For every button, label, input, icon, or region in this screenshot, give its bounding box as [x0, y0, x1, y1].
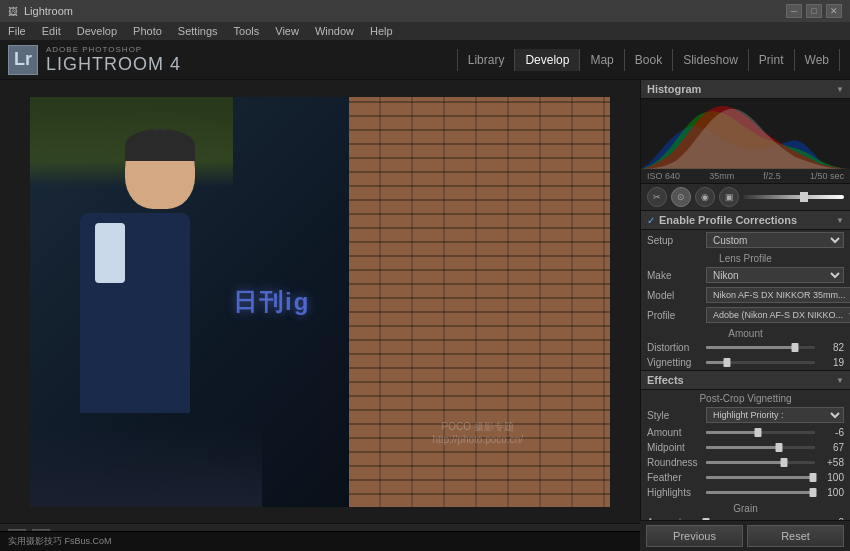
- gradient-tool[interactable]: ▣: [719, 187, 739, 207]
- roundness-label: Roundness: [647, 457, 702, 468]
- minimize-button[interactable]: ─: [786, 4, 802, 18]
- grain-title: Grain: [641, 500, 850, 515]
- watermark-poco: POCO 摄影专题 http://photo.poco.cn/: [432, 420, 523, 445]
- lens-correction-header[interactable]: ✓ Enable Profile Corrections ▼: [641, 211, 850, 230]
- menu-develop[interactable]: Develop: [75, 25, 119, 37]
- menu-bar: File Edit Develop Photo Settings Tools V…: [0, 22, 850, 40]
- iso-value: ISO 640: [647, 171, 680, 181]
- midpoint-slider[interactable]: [706, 446, 815, 449]
- tab-web[interactable]: Web: [795, 49, 840, 71]
- tool-slider-thumb: [800, 192, 808, 202]
- spot-removal-tool[interactable]: ⊙: [671, 187, 691, 207]
- histogram-header[interactable]: Histogram ▼: [641, 80, 850, 99]
- distortion-thumb: [792, 343, 799, 352]
- menu-photo[interactable]: Photo: [131, 25, 164, 37]
- main-layout: Lr ADOBE PHOTOSHOP LIGHTROOM 4 Library D…: [0, 40, 850, 551]
- feather-fill: [706, 476, 815, 479]
- reset-button[interactable]: Reset: [747, 525, 844, 547]
- maximize-button[interactable]: □: [806, 4, 822, 18]
- menu-help[interactable]: Help: [368, 25, 395, 37]
- effects-amount-row: Amount -6: [641, 425, 850, 440]
- photo-person-silhouette: [100, 129, 220, 506]
- roundness-slider[interactable]: [706, 461, 815, 464]
- bottom-nav: Previous Reset: [640, 520, 850, 551]
- window-controls[interactable]: ─ □ ✕: [786, 4, 842, 18]
- setup-row: Setup Custom: [641, 230, 850, 250]
- distortion-slider[interactable]: [706, 346, 815, 349]
- make-select[interactable]: Nikon: [706, 267, 844, 283]
- effects-amount-thumb: [755, 428, 762, 437]
- tab-print[interactable]: Print: [749, 49, 795, 71]
- shutter-value: 1/50 sec: [810, 171, 844, 181]
- photo-frame: 日刊ig POCO 摄影专题 http://photo.poco.cn/: [30, 97, 610, 507]
- profile-label: Profile: [647, 310, 702, 321]
- photo-brick-wall: [349, 97, 610, 507]
- histogram-title: Histogram: [647, 83, 701, 95]
- menu-settings[interactable]: Settings: [176, 25, 220, 37]
- setup-select[interactable]: Custom: [706, 232, 844, 248]
- vignetting-thumb: [723, 358, 730, 367]
- content-area: 日刊ig POCO 摄影专题 http://photo.poco.cn/ ⊞ ⊡…: [0, 80, 850, 551]
- distortion-fill: [706, 346, 795, 349]
- effects-toggle: ▼: [836, 376, 844, 385]
- midpoint-value: 67: [819, 442, 844, 453]
- lens-correction-toggle: ▼: [836, 216, 844, 225]
- style-select[interactable]: Highlight Priority :: [706, 407, 844, 423]
- effects-amount-label: Amount: [647, 427, 702, 438]
- effects-header[interactable]: Effects ▼: [641, 371, 850, 390]
- highlights-label: Highlights: [647, 487, 702, 498]
- window-title-area: 🖼 Lightroom: [8, 5, 73, 17]
- tab-slideshow[interactable]: Slideshow: [673, 49, 749, 71]
- develop-tools-row: ✂ ⊙ ◉ ▣: [641, 184, 850, 211]
- feather-label: Feather: [647, 472, 702, 483]
- highlights-value: 100: [819, 487, 844, 498]
- model-label: Model: [647, 290, 702, 301]
- vignetting-row: Vignetting 19: [641, 355, 850, 370]
- menu-edit[interactable]: Edit: [40, 25, 63, 37]
- feather-slider[interactable]: [706, 476, 815, 479]
- adobe-label: ADOBE PHOTOSHOP: [46, 45, 181, 54]
- profile-row: Profile Adobe (Nikon AF-S DX NIKKO...: [641, 305, 850, 325]
- logo-area: Lr ADOBE PHOTOSHOP LIGHTROOM 4: [8, 45, 181, 75]
- tool-slider[interactable]: [743, 195, 844, 199]
- tab-library[interactable]: Library: [457, 49, 516, 71]
- close-button[interactable]: ✕: [826, 4, 842, 18]
- menu-file[interactable]: File: [6, 25, 28, 37]
- person-shirt: [95, 223, 125, 283]
- vignetting-slider[interactable]: [706, 361, 815, 364]
- menu-tools[interactable]: Tools: [232, 25, 262, 37]
- make-row: Make Nikon: [641, 265, 850, 285]
- vignetting-value: 19: [819, 357, 844, 368]
- histogram-svg: [641, 99, 850, 169]
- tab-develop[interactable]: Develop: [515, 49, 580, 71]
- effects-amount-value: -6: [819, 427, 844, 438]
- title-bar: 🖼 Lightroom ─ □ ✕: [0, 0, 850, 22]
- profile-select[interactable]: Adobe (Nikon AF-S DX NIKKO...: [706, 307, 850, 323]
- camera-info: ISO 640 35mm f/2.5 1/50 sec: [641, 169, 850, 183]
- menu-window[interactable]: Window: [313, 25, 356, 37]
- setup-label: Setup: [647, 235, 702, 246]
- roundness-row: Roundness +58: [641, 455, 850, 470]
- person-hair: [125, 129, 195, 161]
- vignetting-label: Vignetting: [647, 357, 702, 368]
- menu-view[interactable]: View: [273, 25, 301, 37]
- previous-button[interactable]: Previous: [646, 525, 743, 547]
- logo-text: ADOBE PHOTOSHOP LIGHTROOM 4: [46, 45, 181, 75]
- tab-book[interactable]: Book: [625, 49, 673, 71]
- red-eye-tool[interactable]: ◉: [695, 187, 715, 207]
- status-bar: 实用摄影技巧 FsBus.CoM: [0, 531, 640, 551]
- style-label: Style: [647, 410, 702, 421]
- effects-amount-fill: [706, 431, 758, 434]
- crop-tool[interactable]: ✂: [647, 187, 667, 207]
- tab-map[interactable]: Map: [580, 49, 624, 71]
- distortion-row: Distortion 82: [641, 340, 850, 355]
- lens-correction-section: ✓ Enable Profile Corrections ▼ Setup Cus…: [641, 211, 850, 371]
- model-select[interactable]: Nikon AF-S DX NIKKOR 35mm...: [706, 287, 850, 303]
- effects-amount-slider[interactable]: [706, 431, 815, 434]
- roundness-fill: [706, 461, 784, 464]
- highlights-slider[interactable]: [706, 491, 815, 494]
- effects-title: Effects: [647, 374, 836, 386]
- enable-checkbox[interactable]: ✓: [647, 215, 655, 226]
- highlights-row: Highlights 100: [641, 485, 850, 500]
- product-name: LIGHTROOM 4: [46, 54, 181, 75]
